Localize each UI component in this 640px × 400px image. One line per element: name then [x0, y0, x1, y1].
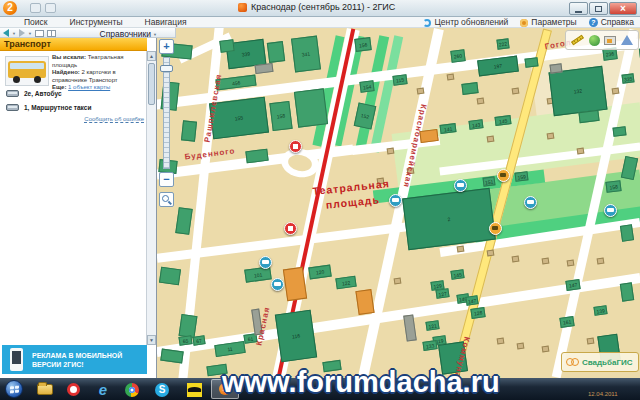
zoom-select-button[interactable]: [159, 192, 174, 207]
globe-icon[interactable]: [589, 35, 600, 46]
building-number: 120: [315, 268, 324, 275]
quick-access-toolbar[interactable]: [30, 3, 56, 13]
building-number: 116: [292, 332, 301, 339]
map-minor-building: [447, 74, 455, 81]
close-button[interactable]: ×: [609, 2, 637, 15]
map-building: [524, 57, 538, 68]
result-item-bus[interactable]: 2е, Автобус: [6, 90, 62, 97]
start-button[interactable]: [5, 380, 23, 398]
building-number: 158: [276, 113, 285, 120]
map-building: [175, 207, 192, 235]
scroll-down-icon[interactable]: ▼: [147, 335, 156, 345]
map-building: 260: [450, 49, 465, 63]
zoom-out-button[interactable]: −: [159, 172, 174, 187]
scroll-thumb[interactable]: [148, 63, 155, 105]
transport-stop-marker[interactable]: [524, 196, 537, 209]
map-building: [179, 314, 198, 338]
gear-icon: [520, 19, 528, 27]
map-building: [219, 39, 234, 53]
zoom-in-button[interactable]: +: [159, 39, 174, 54]
back-dropdown-icon[interactable]: ▼: [12, 31, 16, 36]
building-number: 222: [498, 41, 507, 48]
forward-button[interactable]: [19, 29, 25, 37]
taskbar-batman[interactable]: [182, 381, 206, 398]
map-building: 141: [440, 123, 457, 134]
print-icon[interactable]: [604, 36, 616, 45]
blue-stop-icon: [274, 282, 281, 286]
map-building: 128: [470, 307, 485, 319]
result-item-shuttle[interactable]: 1, Маршрутное такси: [6, 104, 91, 111]
ruler-icon[interactable]: [571, 35, 584, 46]
zoom-slider-handle[interactable]: [160, 65, 173, 72]
transport-stop-marker[interactable]: [271, 278, 284, 291]
panel-header-transport[interactable]: Транспорт: [0, 38, 147, 51]
shuttle-icon: [6, 104, 19, 111]
red-stop-icon: [288, 226, 293, 231]
map-minor-building: [487, 250, 495, 257]
map-minor-building: [547, 133, 555, 140]
menu-update-center[interactable]: Центр обновлений: [423, 17, 508, 28]
map-objects-link[interactable]: 1 объект карты: [68, 84, 110, 90]
minimize-button[interactable]: [569, 2, 588, 15]
building-number: 2: [447, 216, 450, 222]
svadba-gis-badge[interactable]: СвадьбаГИС: [561, 352, 639, 372]
transport-stop-marker[interactable]: [259, 256, 272, 269]
split-pane-icon[interactable]: [47, 30, 56, 37]
taskbar-skype[interactable]: S: [150, 381, 174, 398]
report-error-link[interactable]: Сообщить об ошибке: [84, 116, 144, 123]
transport-stop-marker[interactable]: [604, 204, 617, 217]
layout-pane-icon[interactable]: [35, 30, 44, 37]
menu-search[interactable]: Поиск: [24, 17, 48, 28]
forward-dropdown-icon[interactable]: ▼: [28, 31, 32, 36]
window-app-icon: [238, 3, 247, 12]
mobile-ad-banner[interactable]: РЕКЛАМА В МОБИЛЬНОЙВЕРСИИ 2ГИС!: [2, 345, 147, 374]
building-number: 122: [341, 278, 350, 285]
map-tools-toolbar: [565, 30, 639, 50]
sidebar-scrollbar[interactable]: ▲ ▼: [146, 51, 156, 345]
building-number: 129: [432, 281, 441, 288]
building-number: 65: [182, 337, 188, 344]
building-number: 151: [484, 178, 493, 185]
tab-directories[interactable]: Справочники▼: [100, 29, 157, 39]
map-building: [620, 282, 634, 301]
map-building: [620, 224, 634, 242]
transport-stop-marker[interactable]: [454, 179, 467, 192]
transport-stop-marker[interactable]: [489, 222, 502, 235]
back-button[interactable]: [3, 29, 9, 37]
transport-stop-marker[interactable]: [497, 169, 510, 182]
building-number: 158: [608, 183, 617, 190]
map-minor-building: [457, 246, 465, 253]
taskbar-opera[interactable]: [61, 381, 85, 398]
building-number: 341: [301, 51, 310, 58]
building-number: 145: [452, 270, 461, 277]
taskbar-chrome[interactable]: [120, 381, 144, 398]
building-number: 67: [196, 337, 202, 344]
quick-icon-1[interactable]: [30, 3, 41, 13]
scroll-up-icon[interactable]: ▲: [147, 51, 156, 61]
menu-parameters[interactable]: Параметры: [520, 17, 576, 28]
map-building: 197: [477, 56, 519, 77]
map-minor-building: [542, 346, 550, 353]
map-building: 158: [269, 101, 292, 131]
compass-icon[interactable]: [621, 35, 633, 45]
watermark: www.forumdacha.ru: [222, 366, 500, 399]
map-building: 65: [178, 335, 192, 346]
maximize-button[interactable]: [589, 2, 608, 15]
building-number: 159: [516, 173, 525, 180]
menu-help[interactable]: ?Справка: [589, 17, 634, 28]
watermark-date: 12.04.2011: [588, 391, 618, 397]
map-building: 11: [214, 341, 245, 357]
taskbar-internet-explorer[interactable]: e: [91, 381, 115, 398]
zoom-slider-track[interactable]: [163, 57, 170, 169]
quick-icon-2[interactable]: [45, 3, 56, 13]
transport-stop-marker[interactable]: [289, 140, 302, 153]
taskbar-explorer[interactable]: [33, 381, 57, 398]
map-building: 133: [422, 340, 437, 351]
transport-stop-marker[interactable]: [284, 222, 297, 235]
wedding-rings-icon: [566, 358, 579, 367]
skype-icon: S: [155, 383, 169, 397]
menu-tools[interactable]: Инструменты: [70, 17, 123, 28]
building-number: 143: [471, 121, 480, 128]
opera-icon: [67, 383, 80, 396]
menu-navigation[interactable]: Навигация: [145, 17, 187, 28]
